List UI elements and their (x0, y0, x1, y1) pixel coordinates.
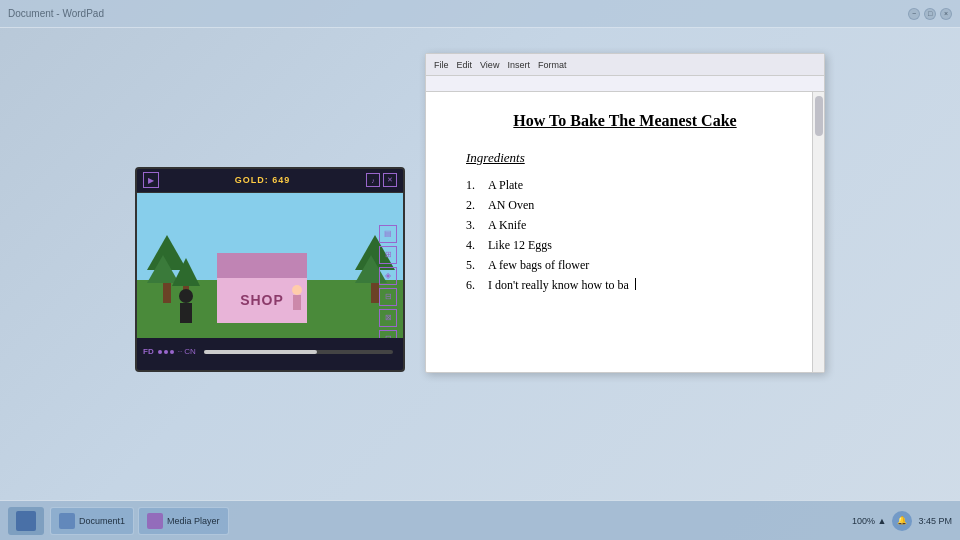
ctrl-fd-label: FD (143, 347, 154, 356)
gold-label: GOLD: 649 (235, 175, 291, 185)
sidebar-btn-3[interactable]: ◈ (379, 267, 397, 285)
notification-icon[interactable]: 🔔 (892, 511, 912, 531)
player-icons: ♪ ✕ (366, 173, 397, 187)
shop-label: SHOP (240, 292, 284, 308)
sound-button[interactable]: ♪ (366, 173, 380, 187)
npc-figure (292, 285, 302, 310)
list-num-4: 4. (466, 238, 482, 253)
list-text-6: I don't really know how to ba (488, 278, 629, 293)
start-icon (16, 511, 36, 531)
list-item: 3. A Knife (466, 218, 784, 233)
sidebar-btn-1[interactable]: ▤ (379, 225, 397, 243)
doc-taskbar-icon (59, 513, 75, 529)
ingredients-heading: Ingredients (466, 150, 784, 166)
taskbar-right: 100% ▲ 🔔 3:45 PM (852, 511, 952, 531)
scroll-thumb[interactable] (815, 96, 823, 136)
sidebar-btn-6[interactable]: ⊡ (379, 330, 397, 338)
player-controls-bar: FD ·· CN (137, 338, 403, 366)
player-sidebar-buttons: ▤ ⊞ ◈ ⊟ ⊠ ⊡ (379, 221, 401, 338)
doc-toolbar: File Edit View Insert Format (426, 54, 824, 76)
ctrl-dot-3 (170, 350, 174, 354)
taskbar-item-doc[interactable]: Document1 (50, 507, 134, 535)
text-cursor (635, 278, 636, 290)
list-item: 6. I don't really know how to ba (466, 278, 784, 293)
taskbar-items: Document1 Media Player (50, 507, 846, 535)
player-character (179, 289, 193, 323)
toolbar-view[interactable]: View (480, 60, 499, 70)
taskbar-media-label: Media Player (167, 516, 220, 526)
toolbar-insert[interactable]: Insert (507, 60, 530, 70)
npc-head (292, 285, 302, 295)
toolbar-format[interactable]: Format (538, 60, 567, 70)
list-text-2: AN Oven (488, 198, 534, 213)
play-button[interactable]: ▶ (143, 172, 159, 188)
toolbar-edit[interactable]: Edit (457, 60, 473, 70)
list-num-1: 1. (466, 178, 482, 193)
sidebar-btn-5[interactable]: ⊠ (379, 309, 397, 327)
ingredients-list: 1. A Plate 2. AN Oven 3. A Knife 4. Like… (466, 178, 784, 293)
taskbar-bottom: Document1 Media Player 100% ▲ 🔔 3:45 PM (0, 500, 960, 540)
progress-bar[interactable] (204, 350, 393, 354)
list-item: 1. A Plate (466, 178, 784, 193)
sidebar-btn-4[interactable]: ⊟ (379, 288, 397, 306)
doc-ruler (426, 76, 824, 92)
window-title-top: Document - WordPad (8, 8, 104, 19)
list-item: 2. AN Oven (466, 198, 784, 213)
game-scene: SHOP ▤ ⊞ ◈ ⊟ ⊠ ⊡ (137, 193, 403, 338)
ctrl-dot-1 (158, 350, 162, 354)
list-num-6: 6. (466, 278, 482, 293)
list-text-5: A few bags of flower (488, 258, 589, 273)
player-header: ▶ GOLD: 649 ♪ ✕ (137, 169, 403, 193)
media-taskbar-icon (147, 513, 163, 529)
list-num-3: 3. (466, 218, 482, 233)
document-content: How To Bake The Meanest Cake Ingredients… (426, 92, 824, 318)
ctrl-dots (158, 350, 174, 354)
list-num-2: 2. (466, 198, 482, 213)
close-button[interactable]: × (940, 8, 952, 20)
start-button[interactable] (8, 507, 44, 535)
media-player: ▶ GOLD: 649 ♪ ✕ (135, 167, 405, 372)
list-item: 4. Like 12 Eggs (466, 238, 784, 253)
progress-fill (204, 350, 317, 354)
ctrl-separator: ·· CN (178, 347, 196, 356)
main-content: ▶ GOLD: 649 ♪ ✕ (0, 28, 960, 500)
list-num-5: 5. (466, 258, 482, 273)
npc-body (293, 295, 301, 310)
char-head (179, 289, 193, 303)
taskbar-item-media[interactable]: Media Player (138, 507, 229, 535)
list-item: 5. A few bags of flower (466, 258, 784, 273)
char-body (180, 303, 192, 323)
minimize-button[interactable]: − (908, 8, 920, 20)
toolbar-file[interactable]: File (434, 60, 449, 70)
list-text-1: A Plate (488, 178, 523, 193)
sidebar-btn-2[interactable]: ⊞ (379, 246, 397, 264)
shop-roof (217, 253, 307, 278)
taskbar-top: Document - WordPad − □ × (0, 0, 960, 28)
ctrl-dot-2 (164, 350, 168, 354)
document-scrollbar[interactable] (812, 92, 824, 372)
close-media-button[interactable]: ✕ (383, 173, 397, 187)
list-text-4: Like 12 Eggs (488, 238, 552, 253)
taskbar-doc-label: Document1 (79, 516, 125, 526)
maximize-button[interactable]: □ (924, 8, 936, 20)
list-text-3: A Knife (488, 218, 526, 233)
window-controls[interactable]: − □ × (908, 8, 952, 20)
taskbar-time: 3:45 PM (918, 516, 952, 526)
document-title: How To Bake The Meanest Cake (466, 112, 784, 130)
document-window: File Edit View Insert Format How To Bake… (425, 53, 825, 373)
taskbar-clock: 100% ▲ (852, 516, 886, 526)
